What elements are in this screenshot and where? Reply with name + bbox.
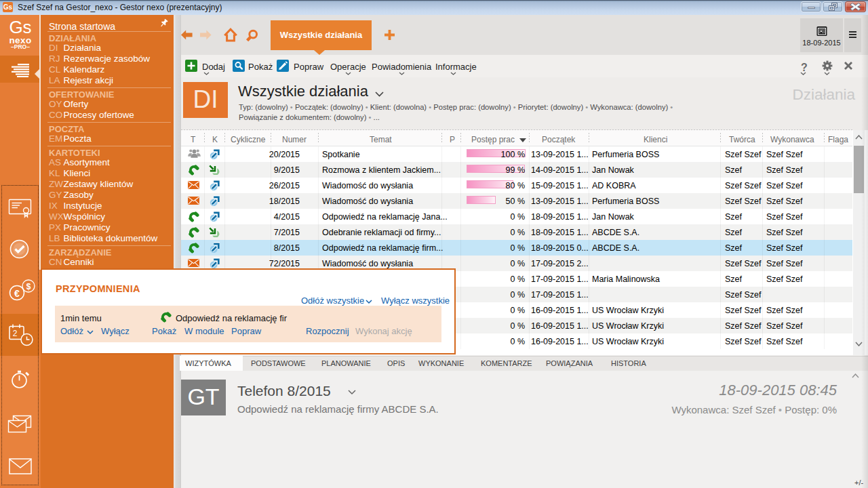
svg-text:$: $	[26, 282, 31, 291]
svg-text:€: €	[14, 288, 20, 299]
svg-text:2: 2	[13, 329, 18, 338]
